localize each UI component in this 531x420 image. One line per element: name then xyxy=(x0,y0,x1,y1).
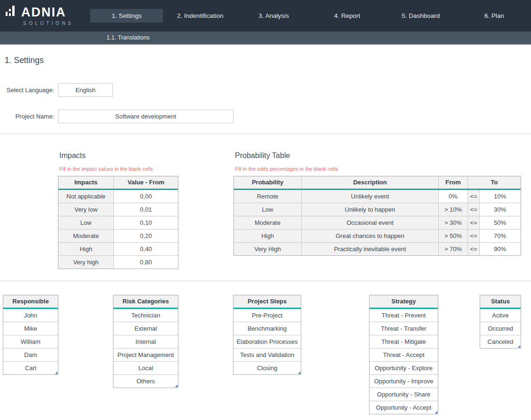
list-item[interactable]: Project Management xyxy=(113,349,178,361)
probability-from-cell: > 70% xyxy=(438,243,467,255)
list-item[interactable]: External xyxy=(113,322,178,335)
tab-analysis[interactable]: 3. Analysis xyxy=(237,0,310,32)
impact-value-cell[interactable]: 0,01 xyxy=(113,203,178,216)
table-resize-handle-icon[interactable] xyxy=(435,411,437,413)
list-item[interactable]: Pre-Project xyxy=(233,309,301,322)
probability-from-cell[interactable]: 0% xyxy=(438,190,467,203)
table-row: Opportunity - Accept xyxy=(370,401,438,414)
table-row: Moderate 0,20 xyxy=(58,229,178,242)
list-item[interactable]: Carl xyxy=(3,362,58,374)
probability-from-cell: > 30% xyxy=(438,216,467,229)
list-item[interactable]: Threat - Transfer xyxy=(370,322,438,335)
impact-value-cell[interactable]: 0,10 xyxy=(113,216,178,229)
list-item[interactable]: Opportunity - Improve xyxy=(370,375,438,388)
impact-value-cell[interactable]: 0,20 xyxy=(113,230,178,242)
impacts-table-header: Impacts Value - From xyxy=(58,176,178,190)
table-row: Very low 0,01 xyxy=(58,203,178,216)
list-item[interactable]: Threat - Prevent xyxy=(370,309,438,322)
list-item[interactable]: Opportunity - Share xyxy=(370,388,438,401)
list-item[interactable]: Canceled xyxy=(480,335,521,348)
probability-to-cell[interactable]: 10% xyxy=(479,190,520,203)
tab-plan[interactable]: 6. Plan xyxy=(458,0,531,32)
list-item[interactable]: Closing xyxy=(233,362,301,374)
list-item[interactable]: Occurred xyxy=(480,322,521,335)
table-row: Low 0,10 xyxy=(58,216,178,229)
table-resize-handle-icon[interactable] xyxy=(175,385,177,387)
tab-dashboard[interactable]: 5. Dashboard xyxy=(384,0,458,32)
list-item[interactable]: Threat - Accept xyxy=(370,349,438,361)
table-row: Benchmarking xyxy=(233,322,301,335)
impact-value-cell[interactable]: 0,80 xyxy=(113,256,178,269)
table-row: High 0,40 xyxy=(58,242,178,255)
table-row: Tests and Validation xyxy=(233,348,301,361)
settings-page: ADNIA SOLUTIONS 1. Settings 2. Indentifi… xyxy=(0,0,531,420)
probability-operator-cell: <= xyxy=(467,243,479,255)
column-header: Strategy xyxy=(370,295,438,308)
table-resize-handle-icon[interactable] xyxy=(298,372,300,374)
probability-operator-cell: <= xyxy=(467,190,479,203)
column-header: Project Steps xyxy=(233,295,301,308)
impact-label-cell: Very low xyxy=(58,203,113,216)
table-row: Opportunity - Improve xyxy=(370,374,438,388)
list-item[interactable]: Benchmarking xyxy=(233,322,301,335)
probability-table: Probability Description From To Remote U… xyxy=(233,176,521,256)
list-item[interactable]: Dam xyxy=(3,349,58,361)
list-item[interactable]: William xyxy=(3,335,58,348)
list-item[interactable]: Tests and Validation xyxy=(233,349,301,361)
list-item[interactable]: Mike xyxy=(3,322,58,335)
list-item[interactable]: Technician xyxy=(113,309,178,322)
impacts-section-title: Impacts xyxy=(59,151,86,160)
table-resize-handle-icon[interactable] xyxy=(518,345,520,348)
tab-label: 3. Analysis xyxy=(237,9,310,23)
table-row: Opportunity - Explore xyxy=(370,361,438,374)
section-divider xyxy=(0,134,531,134)
table-row: Dam xyxy=(3,348,58,361)
table-row: Opportunity - Share xyxy=(370,388,438,401)
tab-label: 5. Dashboard xyxy=(385,9,457,23)
table-row: Closing xyxy=(233,361,301,374)
column-header: Value - From xyxy=(113,176,178,189)
impact-value-cell[interactable]: 0,00 xyxy=(113,190,178,203)
column-header: Responsible xyxy=(3,295,58,308)
table-row: Project Management xyxy=(113,348,178,361)
adnia-logo: ADNIA SOLUTIONS xyxy=(6,4,73,26)
impact-label-cell: High xyxy=(58,243,113,255)
list-item[interactable]: Opportunity - Explore xyxy=(370,362,438,374)
impact-value-cell[interactable]: 0,40 xyxy=(113,243,178,255)
probability-operator-cell: <= xyxy=(467,216,479,229)
list-item[interactable]: Elaboration Processes xyxy=(233,335,301,348)
brand-name: ADNIA xyxy=(21,5,66,19)
page-title: 1. Settings xyxy=(5,55,44,65)
table-row: Occurred xyxy=(480,322,521,335)
probability-to-cell[interactable]: 30% xyxy=(479,203,520,216)
tab-indentification[interactable]: 2. Indentification xyxy=(163,0,237,32)
list-item[interactable]: Others xyxy=(113,375,178,388)
table-resize-handle-icon[interactable] xyxy=(55,372,57,374)
table-row: Threat - Mitigate xyxy=(370,335,438,348)
list-item[interactable]: Opportunity - Accept xyxy=(370,401,438,414)
table-row: Mike xyxy=(3,322,58,335)
list-item[interactable]: John xyxy=(3,309,58,322)
list-item[interactable]: Internal xyxy=(113,335,178,348)
tab-report[interactable]: 4. Report xyxy=(311,0,384,32)
impacts-table: Impacts Value - From Not applicable 0,00… xyxy=(58,176,178,269)
table-row: Very High Practically inevitable event >… xyxy=(234,242,521,255)
strategy-table-header: Strategy xyxy=(370,295,438,309)
project-name-input[interactable]: Software development xyxy=(58,110,233,123)
probability-to-cell[interactable]: 90% xyxy=(479,243,520,255)
list-item[interactable]: Threat - Mitigate xyxy=(370,335,438,348)
list-item[interactable]: Local xyxy=(113,362,178,374)
subnav-item-translations[interactable]: 1.1. Translations xyxy=(90,32,166,44)
probability-operator-cell: <= xyxy=(467,230,479,242)
list-item[interactable]: Active xyxy=(480,309,521,322)
probability-to-cell[interactable]: 50% xyxy=(479,216,520,229)
column-header: To xyxy=(467,176,521,189)
probability-label-cell: Moderate xyxy=(234,216,301,229)
probability-from-cell: > 50% xyxy=(438,230,467,242)
probability-label-cell: Very High xyxy=(234,243,301,255)
table-row: External xyxy=(113,322,178,335)
tab-label: 4. Report xyxy=(311,9,384,23)
probability-to-cell[interactable]: 70% xyxy=(479,230,520,242)
language-select[interactable]: English xyxy=(58,83,113,97)
tab-settings[interactable]: 1. Settings xyxy=(90,0,163,32)
